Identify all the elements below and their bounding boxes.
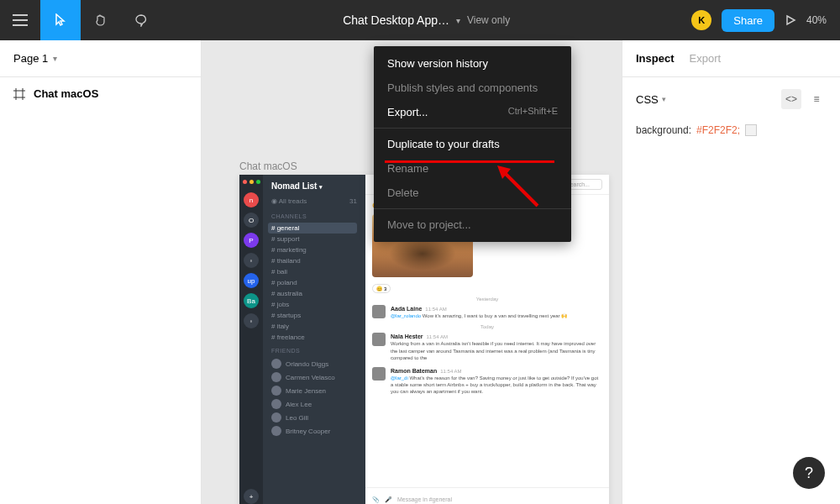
message-avatar[interactable]: [372, 305, 386, 318]
message-row: Nala Hester11:54 AM Working from a van i…: [372, 333, 602, 361]
message-author[interactable]: Ramon Bateman: [391, 368, 437, 374]
tab-inspect[interactable]: Inspect: [636, 52, 675, 65]
annotation-underline: [385, 160, 554, 163]
workspace-icon[interactable]: ◦: [244, 253, 259, 268]
css-code-line[interactable]: background: #F2F2F2;: [622, 121, 840, 148]
channel-item[interactable]: # australia: [268, 288, 357, 299]
cursor-icon: [54, 13, 67, 27]
message-input-placeholder: Message in #general: [397, 496, 452, 502]
share-button[interactable]: Share: [722, 9, 774, 32]
channel-item[interactable]: # marketing: [268, 244, 357, 255]
message-time: 11:54 AM: [425, 307, 446, 312]
channel-item[interactable]: # jobs: [268, 299, 357, 310]
date-divider: Today: [372, 324, 602, 329]
main-menu-button[interactable]: [0, 0, 40, 40]
list-icon: ≡: [813, 93, 819, 105]
message-text: @lar_rolando Wow it's amazing, I want to…: [391, 312, 602, 319]
color-swatch: [745, 124, 757, 136]
canvas-frame-label[interactable]: Chat macOS: [239, 160, 297, 172]
message-row: Ramon Bateman11:54 AM @lar_di What's the…: [372, 367, 602, 396]
menu-export[interactable]: Export...Ctrl+Shift+E: [374, 100, 571, 124]
table-view-button[interactable]: ≡: [806, 89, 827, 109]
present-icon[interactable]: [785, 14, 796, 26]
message-avatar[interactable]: [372, 367, 386, 381]
message-avatar[interactable]: [372, 333, 386, 346]
friend-item[interactable]: Carmen Velasco: [271, 370, 357, 384]
view-mode-label: View only: [467, 14, 510, 26]
css-property: background:: [636, 124, 691, 136]
toolbar-center: Chat Desktop App… ▾ View only: [161, 13, 691, 27]
friend-item[interactable]: Marie Jensen: [271, 384, 357, 397]
reaction-badge[interactable]: 😊 3: [372, 284, 391, 293]
code-lang-row: CSS ▾ <> ≡: [622, 77, 840, 121]
toolbar-right: K Share 40%: [691, 9, 840, 32]
friend-item[interactable]: Leo Gill: [271, 411, 357, 424]
workspace-icon[interactable]: Ba: [244, 293, 259, 308]
menu-shortcut: Ctrl+Shift+E: [508, 106, 558, 118]
code-view-button[interactable]: <>: [781, 89, 801, 109]
channel-item[interactable]: # startups: [268, 310, 357, 321]
workspace-icon[interactable]: P: [244, 233, 259, 248]
channel-item[interactable]: # freelance: [268, 332, 357, 343]
comment-icon: [134, 13, 148, 27]
channel-item[interactable]: # italy: [268, 321, 357, 332]
code-lang-selector[interactable]: CSS ▾: [636, 93, 666, 106]
pages-panel: Page 1 ▾ Chat macOS: [0, 40, 202, 504]
friends-header: FRIENDS: [271, 348, 357, 354]
annotation-arrow-icon: [496, 164, 546, 210]
hamburger-icon: [13, 14, 28, 26]
channel-item[interactable]: # poland: [268, 277, 357, 288]
zoom-level[interactable]: 40%: [806, 14, 827, 26]
attach-icon[interactable]: 📎: [372, 496, 380, 503]
chevron-down-icon[interactable]: ▾: [456, 16, 460, 25]
menu-publish[interactable]: Publish styles and components: [374, 76, 571, 100]
comment-tool-button[interactable]: [121, 0, 161, 40]
message-input-bar[interactable]: 📎 🎤 Message in #general: [365, 487, 609, 504]
menu-version-history[interactable]: Show version history: [374, 51, 571, 76]
friend-item[interactable]: Orlando Diggs: [271, 357, 357, 370]
add-workspace-button[interactable]: +: [244, 489, 259, 504]
help-button[interactable]: ?: [793, 457, 825, 489]
channel-item[interactable]: # support: [268, 234, 357, 244]
menu-move-project[interactable]: Move to project...: [374, 213, 571, 237]
chevron-down-icon: ▾: [53, 54, 57, 63]
channel-column: Nomad List ▾ ◉ All treads 31 CHANNELS # …: [263, 175, 365, 504]
date-divider: Yesterday: [372, 297, 602, 302]
friend-item[interactable]: Alex Lee: [271, 397, 357, 411]
hand-tool-button[interactable]: [81, 0, 121, 40]
document-title[interactable]: Chat Desktop App…: [343, 13, 449, 27]
layer-frame-row[interactable]: Chat macOS: [0, 77, 201, 110]
channel-item[interactable]: # thailand: [268, 255, 357, 266]
channel-item[interactable]: # general: [268, 223, 357, 234]
mic-icon[interactable]: 🎤: [385, 496, 392, 503]
message-author[interactable]: Aada Laine: [391, 306, 422, 312]
tab-export[interactable]: Export: [690, 52, 722, 65]
code-icon: <>: [785, 93, 797, 105]
message-row: Aada Laine11:54 AM @lar_rolando Wow it's…: [372, 305, 602, 319]
inspect-panel: Inspect Export CSS ▾ <> ≡ background: #F…: [622, 40, 840, 504]
menu-duplicate[interactable]: Duplicate to your drafts: [374, 132, 571, 156]
frame-icon: [13, 88, 25, 100]
chevron-down-icon: ▾: [662, 95, 666, 103]
message-text: Working from a van in Australia isn't fe…: [391, 340, 602, 361]
friend-item[interactable]: Britney Cooper: [271, 424, 357, 438]
frame-name: Chat macOS: [34, 87, 98, 100]
workspace-icon[interactable]: up: [244, 273, 259, 288]
page-selector[interactable]: Page 1 ▾: [0, 40, 201, 77]
panel-tabs: Inspect Export: [622, 40, 840, 77]
channel-item[interactable]: # bali: [268, 266, 357, 277]
workspace-icon[interactable]: n: [244, 192, 259, 207]
channels-header: CHANNELS: [271, 213, 357, 219]
user-avatar[interactable]: K: [691, 10, 711, 30]
message-author[interactable]: Nala Hester: [391, 333, 423, 339]
workspace-rail: n O P ◦ up Ba ◦ +: [239, 175, 263, 504]
hand-icon: [94, 13, 108, 27]
move-tool-button[interactable]: [40, 0, 81, 40]
top-toolbar: Chat Desktop App… ▾ View only K Share 40…: [0, 0, 840, 40]
threads-link[interactable]: ◉ All treads 31: [271, 197, 357, 205]
workspace-name[interactable]: Nomad List ▾: [271, 181, 357, 191]
window-controls: [243, 180, 260, 184]
workspace-icon[interactable]: O: [244, 213, 259, 228]
workspace-icon[interactable]: ◦: [244, 313, 259, 328]
message-text: @lar_di What's the reason for the van? S…: [391, 375, 602, 396]
